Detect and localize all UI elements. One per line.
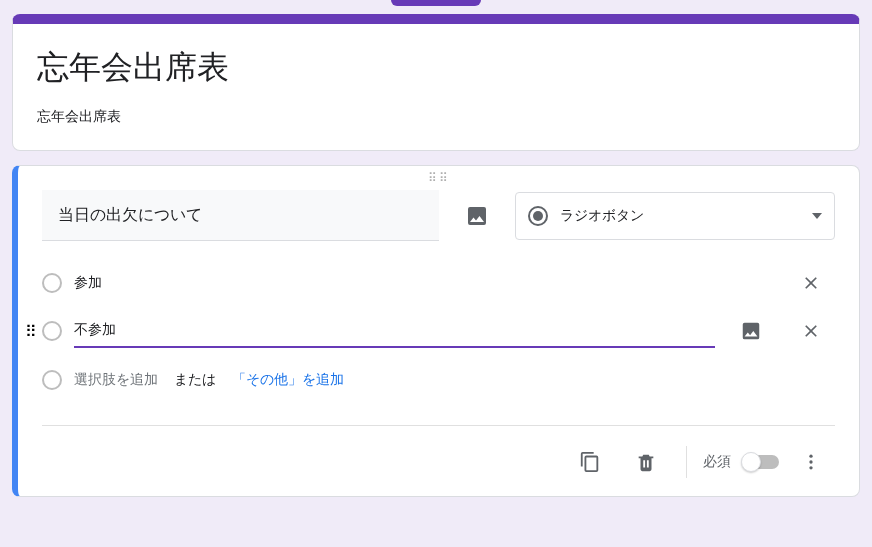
question-card: ⠿⠿ ラジオボタン 参加 ⠿ [12, 165, 860, 497]
copy-icon [579, 451, 601, 473]
question-add-image-button[interactable] [453, 192, 501, 240]
add-option-text[interactable]: 選択肢を追加 [74, 371, 158, 389]
close-icon [801, 321, 821, 341]
radio-placeholder-icon [42, 321, 62, 341]
top-accent-tab [391, 0, 481, 6]
add-option-row: 選択肢を追加 または 「その他」を追加 [42, 359, 835, 401]
option-drag-handle[interactable]: ⠿ [22, 307, 40, 355]
more-options-button[interactable] [787, 438, 835, 486]
image-icon [465, 204, 489, 228]
close-icon [801, 273, 821, 293]
required-label: 必須 [703, 453, 731, 471]
add-option-or: または [174, 371, 216, 389]
svg-point-1 [809, 460, 812, 463]
image-icon [740, 320, 762, 342]
question-title-input[interactable] [42, 190, 439, 241]
option-add-image-button[interactable] [727, 307, 775, 355]
form-description[interactable]: 忘年会出席表 [37, 108, 835, 126]
option-row: ⠿ [42, 307, 835, 355]
more-vert-icon [801, 452, 821, 472]
option-row: 参加 [42, 259, 835, 307]
option-remove-button[interactable] [787, 259, 835, 307]
divider [42, 425, 835, 426]
question-type-select[interactable]: ラジオボタン [515, 192, 835, 240]
trash-icon [635, 451, 657, 473]
separator [686, 446, 687, 478]
radio-icon [528, 206, 548, 226]
add-other-option-button[interactable]: 「その他」を追加 [232, 371, 344, 389]
svg-point-0 [809, 455, 812, 458]
radio-placeholder-icon [42, 273, 62, 293]
delete-button[interactable] [622, 438, 670, 486]
option-remove-button[interactable] [787, 307, 835, 355]
option-input[interactable] [74, 314, 715, 348]
card-drag-handle[interactable]: ⠿⠿ [42, 166, 835, 190]
required-toggle[interactable] [743, 455, 779, 469]
question-type-label: ラジオボタン [560, 207, 644, 225]
option-label[interactable]: 参加 [74, 274, 102, 292]
form-header-card: 忘年会出席表 忘年会出席表 [12, 14, 860, 151]
svg-point-2 [809, 466, 812, 469]
radio-placeholder-icon [42, 370, 62, 390]
chevron-down-icon [812, 213, 822, 219]
form-title[interactable]: 忘年会出席表 [37, 46, 835, 90]
question-footer: 必須 [42, 434, 835, 490]
duplicate-button[interactable] [566, 438, 614, 486]
